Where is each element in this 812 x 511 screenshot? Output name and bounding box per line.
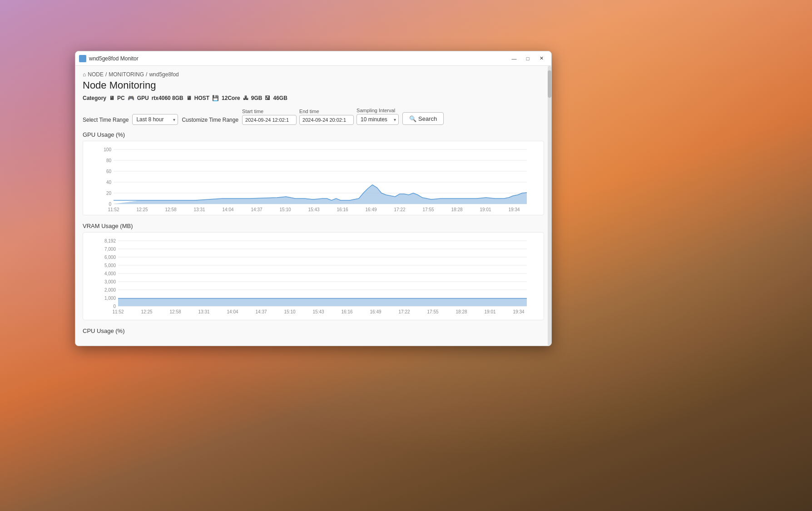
svg-text:12:25: 12:25 <box>141 309 152 314</box>
cores-label: 12Core <box>222 95 240 101</box>
svg-text:17:22: 17:22 <box>398 309 410 314</box>
close-button[interactable]: ✕ <box>535 54 548 64</box>
svg-text:17:22: 17:22 <box>394 207 405 212</box>
content-area: ⌂ NODE / MONITORING / wnd5ge8fod Node Mo… <box>75 66 551 346</box>
search-icon: 🔍 <box>409 115 416 122</box>
customize-label: Customize Time Range <box>182 117 238 123</box>
title-bar: wnd5ge8fod Monitor — □ ✕ <box>75 51 551 66</box>
end-time-group: End time <box>299 109 354 125</box>
meta-row: Category 🖥 PC 🎮 GPU rtx4060 8GB 🖥 HOST 💾… <box>83 95 544 101</box>
svg-text:19:34: 19:34 <box>508 207 520 212</box>
sampling-label: Sampling Interval <box>356 108 399 113</box>
svg-text:12:58: 12:58 <box>169 309 181 314</box>
page-title: Node Monitoring <box>83 79 544 91</box>
svg-text:19:34: 19:34 <box>513 309 524 314</box>
svg-text:1,000: 1,000 <box>104 296 116 301</box>
svg-text:18:28: 18:28 <box>456 309 467 314</box>
svg-text:20: 20 <box>106 191 112 196</box>
title-bar-left: wnd5ge8fod Monitor <box>79 55 139 62</box>
pc-label: PC <box>117 95 125 101</box>
svg-text:15:10: 15:10 <box>284 309 295 314</box>
svg-text:16:49: 16:49 <box>365 207 376 212</box>
gpu-value: rtx4060 8GB <box>152 95 183 101</box>
storage-icon: 🖫 <box>265 95 270 101</box>
svg-text:12:58: 12:58 <box>165 207 176 212</box>
svg-text:0: 0 <box>113 304 116 309</box>
breadcrumb-sep2: / <box>146 71 147 78</box>
vram-chart-title: VRAM Usage (MB) <box>83 223 544 229</box>
svg-text:5,000: 5,000 <box>104 263 116 268</box>
cpu-chart-title: CPU Usage (%) <box>83 327 544 334</box>
minimize-button[interactable]: — <box>508 54 520 64</box>
home-icon: ⌂ <box>83 71 86 78</box>
svg-text:17:55: 17:55 <box>427 309 438 314</box>
gpu-screen-icon: 🖥 <box>186 95 192 101</box>
svg-text:15:10: 15:10 <box>279 207 291 212</box>
end-time-label: End time <box>299 109 354 114</box>
window-title: wnd5ge8fod Monitor <box>89 55 139 62</box>
time-range-label: Select Time Range <box>83 117 129 123</box>
svg-text:80: 80 <box>106 158 112 163</box>
sampling-select-wrapper[interactable]: 1 minute 5 minutes 10 minutes 30 minutes… <box>356 114 399 125</box>
gpu-chart-container: 100 80 60 40 20 0 11:52 12:25 12:58 13:3… <box>83 141 544 215</box>
svg-text:11:52: 11:52 <box>108 207 119 212</box>
vram-chart-container: 8,192 7,000 6,000 5,000 4,000 3,000 2,00… <box>83 232 544 320</box>
sampling-select[interactable]: 1 minute 5 minutes 10 minutes 30 minutes… <box>356 114 399 125</box>
category-label: Category <box>83 95 106 101</box>
vram-usage-section: VRAM Usage (MB) 8,192 7,000 6,00 <box>83 223 544 320</box>
svg-text:14:04: 14:04 <box>227 309 238 314</box>
end-time-input[interactable] <box>299 115 354 125</box>
maximize-button[interactable]: □ <box>521 54 534 64</box>
cpu-usage-section: CPU Usage (%) <box>83 327 544 334</box>
svg-text:14:04: 14:04 <box>222 207 233 212</box>
gpu-icon: 🎮 <box>128 95 134 101</box>
svg-text:6,000: 6,000 <box>104 255 116 260</box>
svg-text:13:31: 13:31 <box>193 207 205 212</box>
time-range-select-wrapper[interactable]: Last 1 hour Last 2 hour Last 4 hour Last… <box>132 114 178 125</box>
ram-label: 9GB <box>251 95 262 101</box>
gpu-chart-svg: 100 80 60 40 20 0 11:52 12:25 12:58 13:3… <box>87 145 540 213</box>
host-label: HOST <box>194 95 209 101</box>
svg-text:17:55: 17:55 <box>422 207 434 212</box>
gpu-chart-title: GPU Usage (%) <box>83 131 544 138</box>
controls-row: Select Time Range Last 1 hour Last 2 hou… <box>83 108 544 125</box>
svg-text:11:52: 11:52 <box>112 309 124 314</box>
start-time-label: Start time <box>242 109 297 114</box>
start-time-input[interactable] <box>242 115 297 125</box>
svg-text:4,000: 4,000 <box>104 271 116 276</box>
host-icon: 💾 <box>212 95 219 101</box>
breadcrumb-separator: NODE <box>88 71 104 78</box>
svg-text:2,000: 2,000 <box>104 288 116 293</box>
svg-text:14:37: 14:37 <box>255 309 267 314</box>
gpu-usage-section: GPU Usage (%) 100 80 60 40 20 0 <box>83 131 544 215</box>
scrollbar[interactable] <box>548 66 551 346</box>
svg-text:13:31: 13:31 <box>198 309 209 314</box>
search-label: Search <box>418 115 437 122</box>
gpu-label: GPU <box>137 95 149 101</box>
svg-text:15:43: 15:43 <box>308 207 319 212</box>
svg-text:40: 40 <box>106 180 112 185</box>
svg-text:0: 0 <box>109 202 111 207</box>
time-range-select[interactable]: Last 1 hour Last 2 hour Last 4 hour Last… <box>132 114 178 125</box>
svg-text:14:37: 14:37 <box>251 207 262 212</box>
svg-text:60: 60 <box>106 169 112 174</box>
start-time-group: Start time <box>242 109 297 125</box>
app-icon <box>79 55 86 62</box>
title-bar-controls: — □ ✕ <box>508 54 548 64</box>
svg-text:100: 100 <box>104 147 111 152</box>
storage-label: 46GB <box>273 95 287 101</box>
svg-text:19:01: 19:01 <box>480 207 491 212</box>
breadcrumb: ⌂ NODE / MONITORING / wnd5ge8fod <box>83 71 544 78</box>
svg-text:3,000: 3,000 <box>104 279 116 284</box>
svg-text:16:49: 16:49 <box>370 309 381 314</box>
breadcrumb-node: wnd5ge8fod <box>149 71 178 78</box>
svg-text:16:16: 16:16 <box>341 309 352 314</box>
search-button[interactable]: 🔍 Search <box>402 112 444 125</box>
time-inputs: Start time End time Sampling Interval 1 … <box>242 108 399 125</box>
scrollbar-thumb[interactable] <box>548 70 551 98</box>
svg-text:19:01: 19:01 <box>484 309 495 314</box>
main-window: wnd5ge8fod Monitor — □ ✕ ⌂ NODE / MONITO… <box>75 51 552 346</box>
svg-text:8,192: 8,192 <box>104 238 116 243</box>
pc-icon: 🖥 <box>109 95 114 101</box>
breadcrumb-monitoring: MONITORING <box>109 71 144 78</box>
